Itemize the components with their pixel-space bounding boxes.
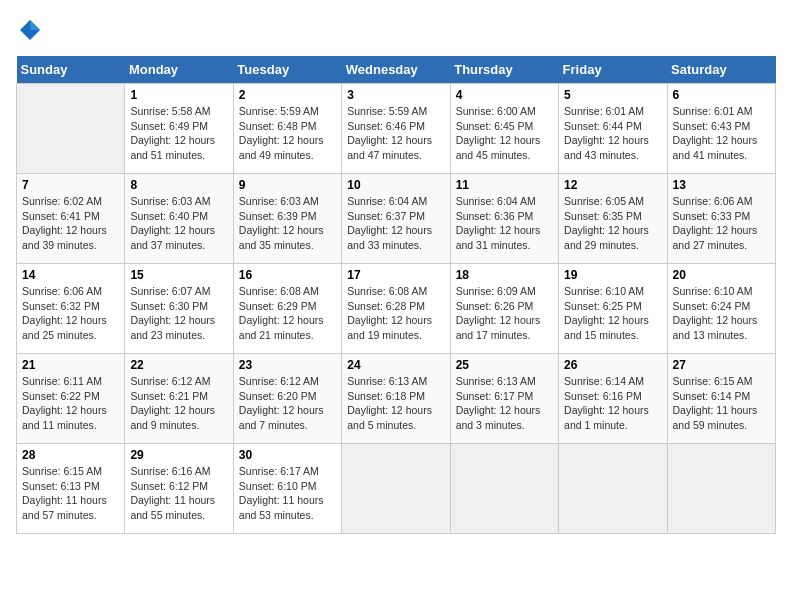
- calendar-cell: 28Sunrise: 6:15 AM Sunset: 6:13 PM Dayli…: [17, 444, 125, 534]
- day-number: 4: [456, 88, 553, 102]
- day-info: Sunrise: 6:12 AM Sunset: 6:21 PM Dayligh…: [130, 374, 227, 433]
- day-number: 10: [347, 178, 444, 192]
- calendar-cell: 2Sunrise: 5:59 AM Sunset: 6:48 PM Daylig…: [233, 84, 341, 174]
- day-info: Sunrise: 6:09 AM Sunset: 6:26 PM Dayligh…: [456, 284, 553, 343]
- calendar-cell: 25Sunrise: 6:13 AM Sunset: 6:17 PM Dayli…: [450, 354, 558, 444]
- day-info: Sunrise: 6:17 AM Sunset: 6:10 PM Dayligh…: [239, 464, 336, 523]
- day-number: 25: [456, 358, 553, 372]
- day-number: 30: [239, 448, 336, 462]
- calendar-cell: 7Sunrise: 6:02 AM Sunset: 6:41 PM Daylig…: [17, 174, 125, 264]
- calendar-header-friday: Friday: [559, 56, 667, 84]
- day-info: Sunrise: 6:13 AM Sunset: 6:17 PM Dayligh…: [456, 374, 553, 433]
- day-number: 1: [130, 88, 227, 102]
- calendar-cell: 8Sunrise: 6:03 AM Sunset: 6:40 PM Daylig…: [125, 174, 233, 264]
- day-info: Sunrise: 6:02 AM Sunset: 6:41 PM Dayligh…: [22, 194, 119, 253]
- day-number: 23: [239, 358, 336, 372]
- calendar-week-1: 1Sunrise: 5:58 AM Sunset: 6:49 PM Daylig…: [17, 84, 776, 174]
- day-number: 17: [347, 268, 444, 282]
- calendar-cell: 18Sunrise: 6:09 AM Sunset: 6:26 PM Dayli…: [450, 264, 558, 354]
- calendar-cell: [450, 444, 558, 534]
- day-info: Sunrise: 6:05 AM Sunset: 6:35 PM Dayligh…: [564, 194, 661, 253]
- calendar-cell: 20Sunrise: 6:10 AM Sunset: 6:24 PM Dayli…: [667, 264, 775, 354]
- day-number: 24: [347, 358, 444, 372]
- day-info: Sunrise: 6:11 AM Sunset: 6:22 PM Dayligh…: [22, 374, 119, 433]
- day-info: Sunrise: 6:04 AM Sunset: 6:36 PM Dayligh…: [456, 194, 553, 253]
- calendar-cell: 26Sunrise: 6:14 AM Sunset: 6:16 PM Dayli…: [559, 354, 667, 444]
- calendar-table: SundayMondayTuesdayWednesdayThursdayFrid…: [16, 56, 776, 534]
- calendar-cell: 3Sunrise: 5:59 AM Sunset: 6:46 PM Daylig…: [342, 84, 450, 174]
- calendar-header-thursday: Thursday: [450, 56, 558, 84]
- calendar-header-saturday: Saturday: [667, 56, 775, 84]
- day-number: 6: [673, 88, 770, 102]
- logo: [16, 16, 48, 44]
- calendar-cell: 29Sunrise: 6:16 AM Sunset: 6:12 PM Dayli…: [125, 444, 233, 534]
- calendar-cell: 16Sunrise: 6:08 AM Sunset: 6:29 PM Dayli…: [233, 264, 341, 354]
- day-info: Sunrise: 6:06 AM Sunset: 6:33 PM Dayligh…: [673, 194, 770, 253]
- day-info: Sunrise: 6:15 AM Sunset: 6:14 PM Dayligh…: [673, 374, 770, 433]
- day-info: Sunrise: 6:00 AM Sunset: 6:45 PM Dayligh…: [456, 104, 553, 163]
- day-info: Sunrise: 6:10 AM Sunset: 6:25 PM Dayligh…: [564, 284, 661, 343]
- day-info: Sunrise: 6:08 AM Sunset: 6:28 PM Dayligh…: [347, 284, 444, 343]
- calendar-cell: 30Sunrise: 6:17 AM Sunset: 6:10 PM Dayli…: [233, 444, 341, 534]
- day-number: 9: [239, 178, 336, 192]
- day-info: Sunrise: 6:13 AM Sunset: 6:18 PM Dayligh…: [347, 374, 444, 433]
- page-header: [16, 16, 776, 44]
- calendar-header-sunday: Sunday: [17, 56, 125, 84]
- day-info: Sunrise: 6:12 AM Sunset: 6:20 PM Dayligh…: [239, 374, 336, 433]
- logo-icon: [16, 16, 44, 44]
- calendar-cell: 27Sunrise: 6:15 AM Sunset: 6:14 PM Dayli…: [667, 354, 775, 444]
- day-info: Sunrise: 6:01 AM Sunset: 6:43 PM Dayligh…: [673, 104, 770, 163]
- day-number: 5: [564, 88, 661, 102]
- calendar-week-5: 28Sunrise: 6:15 AM Sunset: 6:13 PM Dayli…: [17, 444, 776, 534]
- day-number: 26: [564, 358, 661, 372]
- calendar-header-wednesday: Wednesday: [342, 56, 450, 84]
- day-info: Sunrise: 5:59 AM Sunset: 6:46 PM Dayligh…: [347, 104, 444, 163]
- calendar-cell: [559, 444, 667, 534]
- day-number: 7: [22, 178, 119, 192]
- calendar-header-monday: Monday: [125, 56, 233, 84]
- calendar-header-row: SundayMondayTuesdayWednesdayThursdayFrid…: [17, 56, 776, 84]
- calendar-week-4: 21Sunrise: 6:11 AM Sunset: 6:22 PM Dayli…: [17, 354, 776, 444]
- day-number: 13: [673, 178, 770, 192]
- calendar-cell: 14Sunrise: 6:06 AM Sunset: 6:32 PM Dayli…: [17, 264, 125, 354]
- day-number: 12: [564, 178, 661, 192]
- calendar-cell: 21Sunrise: 6:11 AM Sunset: 6:22 PM Dayli…: [17, 354, 125, 444]
- calendar-cell: 11Sunrise: 6:04 AM Sunset: 6:36 PM Dayli…: [450, 174, 558, 264]
- day-info: Sunrise: 6:08 AM Sunset: 6:29 PM Dayligh…: [239, 284, 336, 343]
- day-number: 15: [130, 268, 227, 282]
- calendar-cell: 9Sunrise: 6:03 AM Sunset: 6:39 PM Daylig…: [233, 174, 341, 264]
- calendar-cell: 5Sunrise: 6:01 AM Sunset: 6:44 PM Daylig…: [559, 84, 667, 174]
- calendar-cell: 13Sunrise: 6:06 AM Sunset: 6:33 PM Dayli…: [667, 174, 775, 264]
- calendar-cell: 4Sunrise: 6:00 AM Sunset: 6:45 PM Daylig…: [450, 84, 558, 174]
- calendar-cell: 6Sunrise: 6:01 AM Sunset: 6:43 PM Daylig…: [667, 84, 775, 174]
- day-number: 21: [22, 358, 119, 372]
- day-info: Sunrise: 6:14 AM Sunset: 6:16 PM Dayligh…: [564, 374, 661, 433]
- day-number: 22: [130, 358, 227, 372]
- day-info: Sunrise: 5:58 AM Sunset: 6:49 PM Dayligh…: [130, 104, 227, 163]
- calendar-header-tuesday: Tuesday: [233, 56, 341, 84]
- day-info: Sunrise: 6:16 AM Sunset: 6:12 PM Dayligh…: [130, 464, 227, 523]
- calendar-cell: [667, 444, 775, 534]
- day-number: 19: [564, 268, 661, 282]
- day-info: Sunrise: 5:59 AM Sunset: 6:48 PM Dayligh…: [239, 104, 336, 163]
- day-number: 14: [22, 268, 119, 282]
- day-number: 29: [130, 448, 227, 462]
- calendar-cell: 23Sunrise: 6:12 AM Sunset: 6:20 PM Dayli…: [233, 354, 341, 444]
- calendar-cell: 12Sunrise: 6:05 AM Sunset: 6:35 PM Dayli…: [559, 174, 667, 264]
- calendar-cell: 1Sunrise: 5:58 AM Sunset: 6:49 PM Daylig…: [125, 84, 233, 174]
- day-number: 3: [347, 88, 444, 102]
- day-number: 8: [130, 178, 227, 192]
- day-number: 11: [456, 178, 553, 192]
- day-number: 28: [22, 448, 119, 462]
- calendar-cell: 24Sunrise: 6:13 AM Sunset: 6:18 PM Dayli…: [342, 354, 450, 444]
- day-info: Sunrise: 6:01 AM Sunset: 6:44 PM Dayligh…: [564, 104, 661, 163]
- day-info: Sunrise: 6:03 AM Sunset: 6:40 PM Dayligh…: [130, 194, 227, 253]
- calendar-cell: 10Sunrise: 6:04 AM Sunset: 6:37 PM Dayli…: [342, 174, 450, 264]
- day-number: 18: [456, 268, 553, 282]
- day-info: Sunrise: 6:03 AM Sunset: 6:39 PM Dayligh…: [239, 194, 336, 253]
- calendar-week-2: 7Sunrise: 6:02 AM Sunset: 6:41 PM Daylig…: [17, 174, 776, 264]
- calendar-cell: 17Sunrise: 6:08 AM Sunset: 6:28 PM Dayli…: [342, 264, 450, 354]
- calendar-cell: 15Sunrise: 6:07 AM Sunset: 6:30 PM Dayli…: [125, 264, 233, 354]
- day-number: 20: [673, 268, 770, 282]
- calendar-cell: [342, 444, 450, 534]
